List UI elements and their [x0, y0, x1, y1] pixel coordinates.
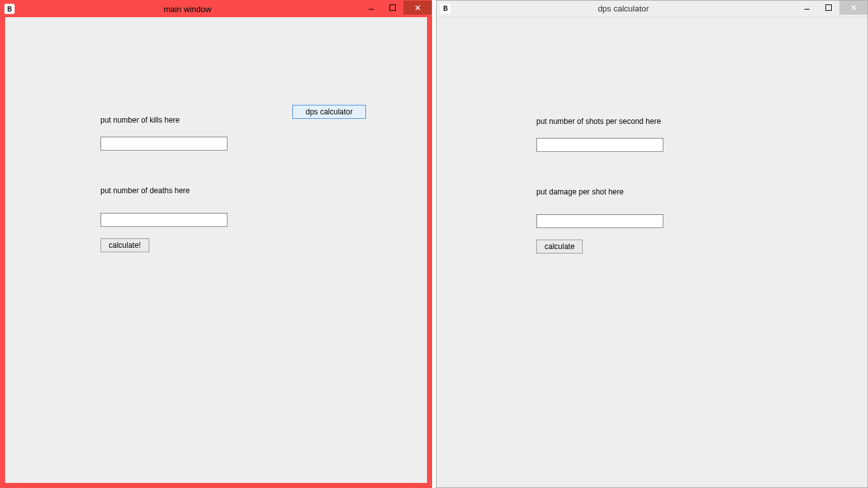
dps-calculator-button[interactable]: dps calculator: [292, 105, 366, 119]
shots-label: put number of shots per second here: [536, 117, 661, 126]
minimize-button[interactable]: [360, 1, 382, 15]
close-icon: ✕: [850, 4, 857, 12]
main-window: B main window ✕ dps calculator put numbe…: [0, 0, 432, 488]
maximize-button[interactable]: [382, 1, 403, 15]
deaths-label: put number of deaths here: [100, 186, 190, 195]
close-button[interactable]: ✕: [839, 1, 867, 15]
kills-label: put number of kills here: [100, 116, 180, 125]
main-window-titlebar[interactable]: B main window ✕: [1, 1, 431, 17]
minimize-button[interactable]: [796, 1, 818, 15]
maximize-button[interactable]: [818, 1, 839, 15]
main-window-controls: ✕: [360, 1, 431, 17]
kills-input[interactable]: [100, 137, 227, 151]
minimize-icon: [369, 6, 374, 10]
damage-label: put damage per shot here: [536, 187, 623, 196]
dps-window: B dps calculator ✕ put number of shots p…: [436, 0, 868, 488]
dps-window-titlebar[interactable]: B dps calculator ✕: [437, 1, 867, 17]
maximize-icon: [825, 4, 832, 11]
dps-window-controls: ✕: [796, 1, 867, 17]
deaths-input[interactable]: [100, 213, 227, 227]
close-icon: ✕: [414, 4, 421, 12]
app-icon: B: [4, 4, 15, 14]
calculate-button[interactable]: calculate: [536, 240, 583, 254]
minimize-icon: [804, 6, 810, 10]
dps-window-client: put number of shots per second here put …: [437, 17, 867, 487]
app-icon: B: [440, 4, 451, 14]
close-button[interactable]: ✕: [403, 1, 431, 15]
main-window-title: main window: [15, 4, 360, 14]
main-window-client: dps calculator put number of kills here …: [5, 17, 427, 483]
shots-input[interactable]: [536, 138, 663, 152]
dps-window-title: dps calculator: [451, 4, 796, 13]
calculate-button[interactable]: calculate!: [100, 238, 149, 252]
damage-input[interactable]: [536, 214, 663, 228]
maximize-icon: [390, 4, 396, 11]
